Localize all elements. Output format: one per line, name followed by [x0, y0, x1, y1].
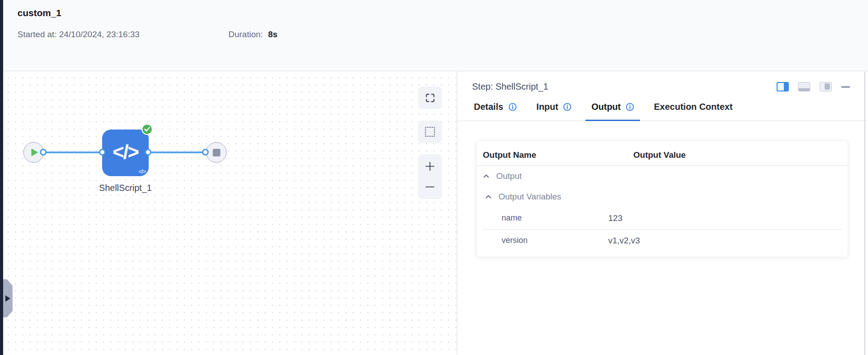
right-panel-view-icon[interactable] [820, 82, 832, 91]
pipeline-canvas[interactable]: </> </> ShellScript_1 [3, 72, 457, 355]
panel-header: Step: ShellScript_1 [457, 72, 868, 92]
success-badge-icon [142, 124, 153, 135]
zoom-in-button[interactable] [418, 158, 442, 175]
tab-output[interactable]: Output [585, 102, 640, 121]
plus-icon [425, 161, 435, 172]
output-value-cell: 123 [608, 213, 623, 223]
started-at: Started at: 24/10/2024, 23:16:33 [17, 30, 140, 39]
expand-stage-handle[interactable] [3, 279, 13, 317]
step-node-shellscript[interactable]: </> </> [102, 130, 149, 176]
connector-port[interactable] [202, 149, 209, 156]
fullscreen-icon [425, 92, 436, 104]
execution-title: custom_1 [17, 8, 61, 18]
right-arrow-icon [5, 295, 10, 302]
duration-value: 8s [268, 30, 277, 39]
tab-execution-context[interactable]: Execution Context [648, 102, 739, 121]
connector-port[interactable] [145, 149, 151, 156]
panel-layout-controls [777, 82, 850, 91]
tab-input[interactable]: Input [531, 102, 578, 121]
multi-select-button[interactable] [418, 121, 442, 143]
app-window: custom_1 Started at: 24/10/2024, 23:16:3… [0, 0, 868, 355]
connector-port[interactable] [40, 149, 47, 156]
output-table-card: Output Name Output Value Output Output V… [476, 140, 848, 257]
fit-to-screen-button[interactable] [418, 87, 442, 109]
output-value-cell: v1,v2,v3 [608, 236, 640, 246]
group-row-output-variables[interactable]: Output Variables [477, 186, 848, 207]
code-icon: </> [112, 141, 138, 163]
selection-icon [425, 127, 435, 137]
output-name-cell: version [477, 236, 608, 245]
minimize-panel-icon[interactable] [841, 86, 850, 88]
chevron-up-icon[interactable] [486, 195, 491, 199]
play-icon [31, 148, 38, 156]
execution-header: custom_1 Started at: 24/10/2024, 23:16:3… [1, 0, 868, 71]
zoom-out-button[interactable] [418, 178, 442, 195]
end-node[interactable] [206, 142, 227, 163]
code-icon-small: </> [138, 168, 146, 175]
started-at-label: Started at: [17, 30, 57, 39]
step-node-label: ShellScript_1 [36, 183, 215, 193]
zoom-controls [418, 154, 442, 199]
connector-port[interactable] [99, 149, 106, 156]
split-view-icon[interactable] [777, 82, 789, 91]
output-name-cell: name [477, 213, 608, 223]
step-details-panel: Step: ShellScript_1 Details Input [457, 72, 868, 355]
minus-icon [425, 182, 435, 192]
chevron-up-icon[interactable] [483, 174, 489, 178]
info-icon[interactable] [563, 103, 572, 111]
started-at-value: 24/10/2024, 23:16:33 [59, 30, 140, 39]
collapsed-sidebar-edge[interactable] [0, 0, 3, 355]
column-output-value: Output Value [633, 150, 686, 160]
stop-icon [213, 149, 220, 156]
duration: Duration: 8s [228, 30, 278, 39]
table-row: version v1,v2,v3 [477, 229, 848, 251]
scrollbar[interactable] [864, 72, 865, 355]
group-row-output[interactable]: Output [477, 166, 848, 186]
table-row: name 123 [477, 207, 848, 229]
bottom-panel-view-icon[interactable] [798, 82, 810, 91]
panel-title: Step: ShellScript_1 [472, 82, 777, 92]
tab-bar: Details Input Output Execution Context [457, 102, 868, 121]
tab-details[interactable]: Details [468, 102, 523, 121]
info-icon[interactable] [508, 103, 517, 111]
info-icon[interactable] [626, 103, 634, 111]
duration-label: Duration: [228, 30, 263, 39]
column-output-name: Output Name [483, 150, 633, 160]
table-header-row: Output Name Output Value [477, 141, 848, 166]
